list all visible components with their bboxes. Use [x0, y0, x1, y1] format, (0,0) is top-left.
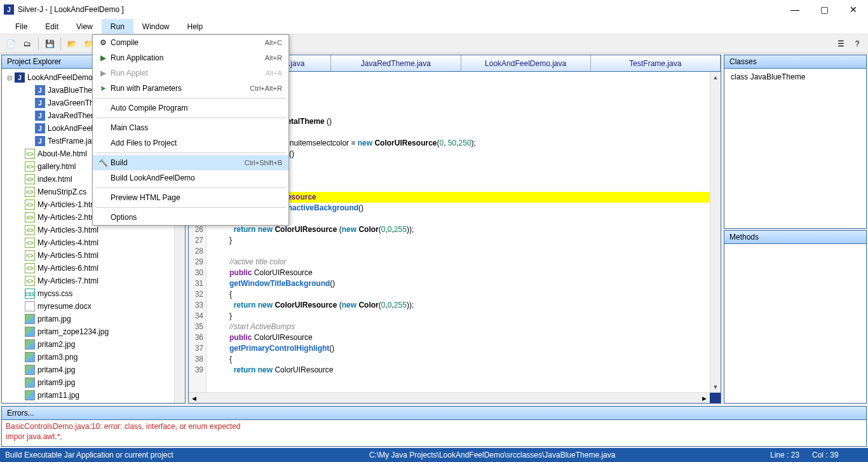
toolbar-new-icon[interactable]: 📄	[4, 37, 18, 51]
tree-label: myresume.docx	[37, 302, 92, 311]
tree-item[interactable]: <>My-Articles-6.html	[4, 262, 182, 275]
toolbar-tree-icon[interactable]: ☰	[834, 37, 848, 51]
menu-run-applet[interactable]: ▶Run AppletAlt+A	[93, 65, 288, 81]
run-dropdown-menu: ⚙CompileAlt+C ▶Run ApplicationAlt+R ▶Run…	[92, 34, 289, 226]
tree-label: pritam_zope1234.jpg	[37, 327, 109, 336]
menu-options[interactable]: Options	[93, 210, 288, 225]
tree-label: LookAndFeelDemo	[27, 73, 93, 82]
close-button[interactable]: ✕	[839, 0, 868, 19]
file-icon: <>	[25, 250, 35, 261]
methods-title: Methods	[724, 231, 866, 244]
menu-run[interactable]: Run	[102, 19, 133, 34]
statusbar: Build Executable Jar Application or curr…	[0, 448, 868, 462]
tree-item[interactable]: <>My-Articles-5.html	[4, 249, 182, 262]
menu-compile[interactable]: ⚙CompileAlt+C	[93, 35, 288, 50]
minimize-button[interactable]: —	[780, 0, 810, 19]
errors-panel: Errors... BasicControlsDemo.java:10: err…	[1, 406, 867, 447]
tree-label: mycss.css	[37, 289, 72, 298]
file-icon: J	[35, 85, 45, 95]
menu-add-files[interactable]: Add Files to Project	[93, 135, 288, 151]
tree-item[interactable]: pritam4.jpg	[4, 363, 182, 376]
tree-item[interactable]: cssmycss.css	[4, 287, 182, 300]
file-tab[interactable]: JavaRedTheme.java	[331, 55, 461, 71]
separator	[60, 37, 61, 50]
status-message: Build Executable Jar Application or curr…	[5, 451, 248, 459]
classes-panel: Classes class JavaBlueTheme	[724, 55, 867, 229]
file-icon: <>	[25, 225, 35, 235]
separator	[38, 37, 39, 50]
tree-label: My-Articles-5.html	[37, 251, 98, 260]
menu-main-class[interactable]: Main Class	[93, 120, 288, 135]
tree-item[interactable]: pritam.jpg	[4, 313, 182, 325]
menu-run-application[interactable]: ▶Run ApplicationAlt+R	[93, 50, 288, 65]
file-tab[interactable]: LookAndFeelDemo.java	[461, 55, 591, 71]
maximize-button[interactable]: ▢	[810, 0, 839, 19]
menu-help[interactable]: Help	[179, 19, 212, 34]
menu-edit[interactable]: Edit	[36, 19, 67, 34]
tree-label: My-Articles-1.html	[37, 200, 98, 209]
tree-label: My-Articles-2.html	[37, 213, 98, 222]
tree-item[interactable]: <>My-Articles-3.html	[4, 224, 182, 236]
play-icon: ▶	[95, 53, 111, 62]
file-icon: J	[35, 98, 45, 108]
tree-item[interactable]: pritam_zope1234.jpg	[4, 325, 182, 338]
tree-label: pritam.jpg	[37, 315, 71, 323]
tree-item[interactable]: myresume.docx	[4, 300, 182, 313]
tree-item[interactable]: pritam9.jpg	[4, 376, 182, 389]
tree-item[interactable]: pritam3.png	[4, 351, 182, 363]
menu-build[interactable]: 🔨BuildCtrl+Shift+B	[93, 155, 288, 170]
file-icon	[25, 339, 35, 350]
file-icon: J	[35, 111, 45, 121]
file-icon	[25, 352, 35, 362]
tree-label: pritam11.jpg	[37, 391, 79, 400]
menu-preview-html[interactable]: Preview HTML Page	[93, 190, 288, 205]
tree-label: MenuStripZ.cs	[37, 187, 86, 196]
separator	[95, 98, 286, 99]
horizontal-scrollbar[interactable]: ◀▶	[189, 392, 721, 403]
menu-auto-compile[interactable]: Auto Compile Program	[93, 100, 288, 116]
toolbar-open-icon[interactable]: 📂	[65, 37, 79, 51]
file-icon	[25, 390, 35, 400]
play-arrow-icon: ➤	[95, 84, 111, 93]
file-icon: <>	[25, 161, 35, 172]
titlebar: J Silver-J - [ LookAndFeelDemo ] — ▢ ✕	[0, 0, 868, 19]
methods-panel: Methods	[724, 230, 867, 404]
separator	[95, 187, 286, 188]
status-col: Col : 39	[812, 451, 863, 459]
tree-label: pritam9.jpg	[37, 378, 75, 387]
menu-run-params[interactable]: ➤Run with ParametersCtrl+Alt+R	[93, 81, 288, 96]
menu-window[interactable]: Window	[133, 19, 179, 34]
build-icon: 🔨	[95, 158, 111, 167]
menubar: File Edit View Run Window Help	[0, 19, 868, 34]
classes-item[interactable]: class JavaBlueTheme	[724, 69, 866, 85]
file-icon: <>	[25, 174, 35, 184]
status-line: Line : 23	[736, 451, 812, 459]
tree-label: gallery.html	[37, 162, 76, 171]
tree-item[interactable]: pritam11.jpg	[4, 389, 182, 402]
tree-label: My-Articles-3.html	[37, 226, 98, 234]
errors-body[interactable]: BasicControlsDemo.java:10: error: class,…	[2, 420, 866, 446]
file-icon: <>	[25, 263, 35, 273]
tree-label: My-Articles-4.html	[37, 238, 98, 247]
file-icon: <>	[25, 238, 35, 248]
tree-label: About-Me.html	[37, 149, 87, 158]
file-tab[interactable]: TestFrame.java	[591, 55, 721, 71]
menu-file[interactable]: File	[6, 19, 36, 34]
separator	[95, 153, 286, 153]
file-icon: css	[25, 289, 35, 299]
file-icon: <>	[25, 276, 35, 286]
play-icon: ▶	[95, 69, 111, 78]
tree-item[interactable]: pritam2.jpg	[4, 338, 182, 351]
toolbar-newproj-icon[interactable]: 🗂	[20, 37, 34, 51]
tree-item[interactable]: <>My-Articles-4.html	[4, 236, 182, 249]
tree-label: pritam4.jpg	[37, 365, 75, 374]
menu-view[interactable]: View	[67, 19, 102, 34]
file-icon: J	[35, 136, 45, 146]
toolbar-save-icon[interactable]: 💾	[43, 37, 57, 51]
file-icon	[25, 377, 35, 388]
tree-item[interactable]: <>My-Articles-7.html	[4, 275, 182, 287]
vertical-scrollbar[interactable]: ▲▼	[710, 72, 721, 392]
window-title: Silver-J - [ LookAndFeelDemo ]	[18, 5, 780, 14]
menu-build-project[interactable]: Build LookAndFeelDemo	[93, 170, 288, 186]
toolbar-help-icon[interactable]: ?	[850, 37, 864, 51]
